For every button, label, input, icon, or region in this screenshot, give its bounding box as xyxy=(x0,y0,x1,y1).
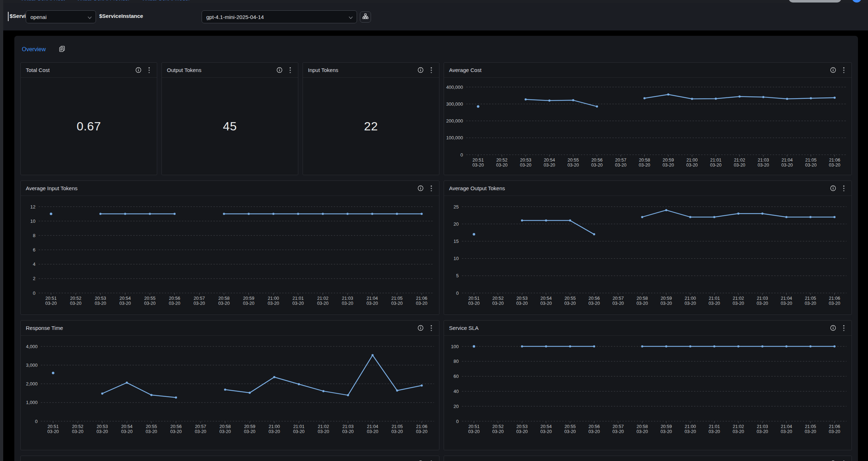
instance-variable-label: $ServiceInstance xyxy=(99,13,143,19)
svg-text:20:54: 20:54 xyxy=(120,296,131,301)
info-icon[interactable] xyxy=(417,185,424,192)
svg-text:03-20: 03-20 xyxy=(516,429,528,434)
svg-text:03-20: 03-20 xyxy=(520,163,531,168)
navbar-avatar-button[interactable] xyxy=(852,0,862,3)
panel-title: Average Cost xyxy=(449,67,829,73)
info-icon[interactable] xyxy=(417,325,424,332)
svg-text:03-20: 03-20 xyxy=(636,301,648,306)
info-icon[interactable] xyxy=(829,185,836,192)
svg-text:21:06: 21:06 xyxy=(829,424,840,429)
average-cost-chart[interactable]: 400,000300,000200,000100,000020:5103-202… xyxy=(444,78,852,175)
panel-header: Average TTFT xyxy=(21,456,439,461)
info-icon[interactable] xyxy=(417,460,424,461)
svg-text:03-20: 03-20 xyxy=(121,429,132,434)
panel-calls-per-minute: Calls Per Minute xyxy=(444,456,852,461)
svg-text:20:59: 20:59 xyxy=(663,158,674,163)
breadcrumb-link-host[interactable]: Virtual GenAI Host xyxy=(20,0,65,1)
breadcrumb-link-model[interactable]: Virtual GenAI Model xyxy=(141,0,189,1)
info-icon[interactable] xyxy=(135,67,142,74)
panel-output-tokens: Output Tokens 45 xyxy=(161,62,298,175)
svg-text:21:02: 21:02 xyxy=(317,296,328,301)
panel-header: Calls Per Minute xyxy=(444,456,852,461)
svg-text:20:59: 20:59 xyxy=(661,296,672,301)
svg-text:03-20: 03-20 xyxy=(472,163,484,168)
average-output-tokens-chart[interactable]: 252015105020:5103-2020:5203-2020:5303-20… xyxy=(444,196,852,314)
kebab-menu-icon[interactable] xyxy=(428,185,435,192)
navbar-pill-button[interactable] xyxy=(789,0,842,3)
svg-text:21:00: 21:00 xyxy=(268,296,279,301)
svg-text:21:04: 21:04 xyxy=(781,158,792,163)
svg-text:03-20: 03-20 xyxy=(391,429,403,434)
panel-average-output-tokens: Average Output Tokens 252015105020:5103-… xyxy=(444,181,852,315)
svg-text:20:59: 20:59 xyxy=(661,424,672,429)
svg-text:200,000: 200,000 xyxy=(446,118,463,124)
average-input-tokens-chart[interactable]: 12108642020:5103-2020:5203-2020:5303-202… xyxy=(21,196,439,314)
tab-overview[interactable]: Overview xyxy=(22,46,46,53)
svg-text:03-20: 03-20 xyxy=(194,301,205,306)
svg-text:10: 10 xyxy=(454,256,459,261)
panel-average-cost: Average Cost 400,000300,000200,000100,00… xyxy=(444,62,852,175)
svg-text:20:58: 20:58 xyxy=(220,424,231,429)
svg-text:03-20: 03-20 xyxy=(244,429,255,434)
svg-text:20:57: 20:57 xyxy=(194,296,205,301)
panel-header: Average Output Tokens xyxy=(444,181,852,196)
instance-select[interactable]: gpt-4.1-mini-2025-04-14 xyxy=(202,10,357,23)
kebab-menu-icon[interactable] xyxy=(840,67,847,74)
info-icon[interactable] xyxy=(417,67,424,74)
svg-text:03-20: 03-20 xyxy=(243,301,255,306)
svg-text:0: 0 xyxy=(35,419,38,424)
svg-text:20:53: 20:53 xyxy=(95,296,106,301)
panel-title: Average Output Tokens xyxy=(449,185,829,191)
copy-dashboard-icon[interactable] xyxy=(59,45,66,54)
topology-button[interactable] xyxy=(360,11,371,23)
svg-text:25: 25 xyxy=(454,204,459,210)
svg-text:0: 0 xyxy=(456,419,459,424)
response-time-chart[interactable]: 4,0003,0002,0001,000020:5103-2020:5203-2… xyxy=(21,336,439,450)
kebab-menu-icon[interactable] xyxy=(428,325,435,332)
info-icon[interactable] xyxy=(829,67,836,74)
panel-average-ttft: Average TTFT xyxy=(20,456,439,461)
svg-text:03-20: 03-20 xyxy=(416,429,428,434)
info-icon[interactable] xyxy=(829,325,836,332)
svg-text:03-20: 03-20 xyxy=(540,429,552,434)
svg-text:21:03: 21:03 xyxy=(757,296,768,301)
breadcrumb-link-provider[interactable]: Virtual GenAI Provider xyxy=(77,0,130,1)
svg-text:03-20: 03-20 xyxy=(758,163,769,168)
panel-total-cost: Total Cost 0.67 xyxy=(20,62,157,175)
svg-text:21:00: 21:00 xyxy=(685,296,696,301)
kebab-menu-icon[interactable] xyxy=(286,67,294,74)
info-icon[interactable] xyxy=(829,460,836,461)
svg-text:20:58: 20:58 xyxy=(218,296,230,301)
kebab-menu-icon[interactable] xyxy=(428,460,435,461)
panel-row-2: Average Input Tokens 12108642020:5103-20… xyxy=(20,181,852,315)
panel-title: Response Time xyxy=(26,325,417,331)
service-select[interactable]: openai xyxy=(26,10,96,23)
breadcrumb: Virtual GenAI Host › Virtual GenAI Provi… xyxy=(20,0,189,1)
stat-value: 0.67 xyxy=(77,119,101,133)
svg-text:20:59: 20:59 xyxy=(244,424,255,429)
svg-text:03-20: 03-20 xyxy=(588,301,600,306)
kebab-menu-icon[interactable] xyxy=(840,460,847,461)
service-sla-chart[interactable]: 10080604020020:5103-2020:5203-2020:5303-… xyxy=(444,336,852,450)
kebab-menu-icon[interactable] xyxy=(840,325,847,332)
panel-body: 0.67 xyxy=(21,78,157,175)
dashboard-card: Overview Total Cost 0.67 xyxy=(14,36,858,461)
svg-text:21:04: 21:04 xyxy=(367,424,378,429)
svg-text:03-20: 03-20 xyxy=(734,163,745,168)
svg-text:20:51: 20:51 xyxy=(45,296,57,301)
svg-text:20:55: 20:55 xyxy=(144,296,155,301)
svg-text:03-20: 03-20 xyxy=(568,163,579,168)
stat-value: 22 xyxy=(364,119,378,133)
svg-text:21:05: 21:05 xyxy=(805,424,816,429)
svg-text:20:55: 20:55 xyxy=(564,296,575,301)
kebab-menu-icon[interactable] xyxy=(840,185,847,192)
kebab-menu-icon[interactable] xyxy=(428,67,435,74)
svg-text:03-20: 03-20 xyxy=(733,301,744,306)
kebab-menu-icon[interactable] xyxy=(145,67,153,74)
collapsed-sidebar[interactable] xyxy=(0,0,3,461)
info-icon[interactable] xyxy=(276,67,283,74)
svg-text:20:57: 20:57 xyxy=(613,424,624,429)
panel-title: Service SLA xyxy=(449,325,829,331)
svg-text:20:52: 20:52 xyxy=(496,158,507,163)
svg-text:0: 0 xyxy=(460,152,463,158)
